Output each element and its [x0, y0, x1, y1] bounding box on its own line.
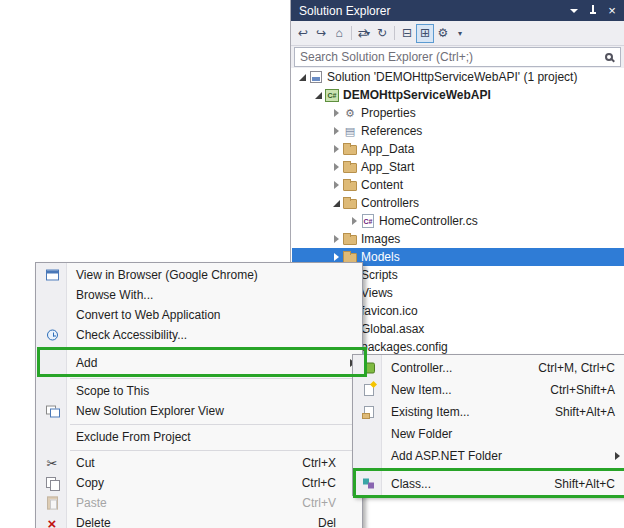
- menu-item-label: Existing Item...: [391, 405, 470, 419]
- menu-shortcut: Shift+Alt+C: [530, 477, 615, 491]
- expand-arrow-icon[interactable]: [312, 89, 324, 101]
- menu-item-browse-with[interactable]: Browse With...: [36, 285, 362, 305]
- submenu-item-controller[interactable]: Controller... Ctrl+M, Ctrl+C: [353, 357, 624, 379]
- menu-item-label: Paste: [76, 496, 107, 510]
- collapse-all-icon: ⊟: [402, 26, 412, 40]
- toolbar-overflow-button[interactable]: ▾: [452, 24, 470, 43]
- new-solution-explorer-view-icon: [46, 406, 59, 417]
- menu-item-label: New Solution Explorer View: [76, 404, 224, 418]
- tree-item-label: Scripts: [361, 268, 398, 282]
- csharp-file-icon: C#: [362, 214, 374, 228]
- close-icon: ×: [608, 4, 616, 17]
- tree-item-label: Images: [361, 232, 400, 246]
- tree-item-label: HomeController.cs: [379, 214, 478, 228]
- back-button[interactable]: ↩: [294, 24, 312, 43]
- folder-icon: [343, 163, 357, 173]
- class-icon: [363, 479, 375, 490]
- expand-arrow-icon[interactable]: [330, 143, 342, 155]
- expand-arrow-icon[interactable]: [330, 197, 342, 209]
- expand-arrow-icon[interactable]: [330, 161, 342, 173]
- menu-item-scope-to-this[interactable]: Scope to This: [36, 381, 362, 401]
- csharp-project-icon: C#: [325, 89, 339, 102]
- collapse-all-button[interactable]: ⊟: [398, 24, 416, 43]
- expand-arrow-icon[interactable]: [330, 125, 342, 137]
- tree-item-label: Models: [361, 250, 400, 264]
- refresh-icon: ↻: [377, 26, 387, 40]
- references-icon: ▤: [345, 125, 355, 138]
- tree-item-controllers[interactable]: Controllers: [292, 194, 624, 212]
- expand-arrow-icon[interactable]: [330, 179, 342, 191]
- forward-button[interactable]: ↪: [312, 24, 330, 43]
- tree-item-images[interactable]: Images: [292, 230, 624, 248]
- tree-item-label: Properties: [361, 106, 416, 120]
- menu-item-label: New Folder: [391, 427, 452, 441]
- menu-shortcut: Ctrl+V: [278, 496, 350, 510]
- menu-item-label: Controller...: [391, 361, 452, 375]
- menu-item-exclude-from-project[interactable]: Exclude From Project: [36, 427, 362, 447]
- properties-button[interactable]: ⚙: [434, 24, 452, 43]
- expand-arrow-icon[interactable]: [330, 107, 342, 119]
- properties-wrench-icon: ⚙: [345, 107, 355, 120]
- submenu-item-new-item[interactable]: New Item... Ctrl+Shift+A: [353, 379, 624, 401]
- menu-shortcut: Shift+Alt+A: [531, 405, 615, 419]
- submenu-item-class[interactable]: Class... Shift+Alt+C: [353, 473, 624, 495]
- copy-icon: [46, 477, 59, 489]
- menu-item-label: Cut: [76, 456, 95, 470]
- menu-item-add[interactable]: Add: [36, 351, 362, 375]
- menu-shortcut: Ctrl+M, Ctrl+C: [514, 361, 615, 375]
- home-button[interactable]: ⌂: [330, 24, 348, 43]
- menu-item-cut[interactable]: ✂ Cut Ctrl+X: [36, 453, 362, 473]
- tree-item-homecontroller[interactable]: C# HomeController.cs: [292, 212, 624, 230]
- folder-icon: [343, 145, 357, 155]
- menu-shortcut: Ctrl+Shift+A: [526, 383, 615, 397]
- search-input[interactable]: [294, 47, 621, 67]
- menu-shortcut: Ctrl+X: [278, 456, 350, 470]
- tree-item-project[interactable]: C# DEMOHttpServiceWebAPI: [292, 86, 624, 104]
- auto-hide-pin-button[interactable]: [585, 3, 601, 19]
- tree-item-solution[interactable]: Solution 'DEMOHttpServiceWebAPI' (1 proj…: [292, 68, 624, 86]
- tree-item-references[interactable]: ▤ References: [292, 122, 624, 140]
- tree-item-app-data[interactable]: App_Data: [292, 140, 624, 158]
- menu-shortcut: Ctrl+C: [278, 476, 350, 490]
- close-button[interactable]: ×: [604, 3, 620, 19]
- tree-item-properties[interactable]: ⚙ Properties: [292, 104, 624, 122]
- menu-item-label: Class...: [391, 477, 431, 491]
- tree-item-label: DEMOHttpServiceWebAPI: [343, 88, 491, 102]
- menu-item-label: Scope to This: [76, 384, 149, 398]
- tree-item-label: Solution 'DEMOHttpServiceWebAPI' (1 proj…: [327, 70, 577, 84]
- tree-item-label: Global.asax: [361, 322, 424, 336]
- existing-item-icon: [364, 406, 374, 418]
- tree-item-content[interactable]: Content: [292, 176, 624, 194]
- pin-icon: [588, 4, 598, 17]
- menu-item-view-in-browser[interactable]: View in Browser (Google Chrome): [36, 265, 362, 285]
- tree-item-label: App_Start: [361, 160, 414, 174]
- new-item-icon: [364, 384, 374, 396]
- caret-down-icon: ▾: [366, 29, 370, 38]
- menu-item-paste[interactable]: Paste Ctrl+V: [36, 493, 362, 513]
- paste-icon: [47, 497, 58, 510]
- tree-item-label: packages.config: [361, 340, 448, 354]
- submenu-item-add-aspnet-folder[interactable]: Add ASP.NET Folder: [353, 445, 624, 467]
- expand-arrow-icon[interactable]: [348, 215, 360, 227]
- tree-item-app-start[interactable]: App_Start: [292, 158, 624, 176]
- window-position-button[interactable]: [566, 3, 582, 19]
- menu-item-copy[interactable]: Copy Ctrl+C: [36, 473, 362, 493]
- menu-item-delete[interactable]: × Delete Del: [36, 513, 362, 528]
- menu-item-label: Add: [76, 356, 97, 370]
- menu-item-label: New Item...: [391, 383, 452, 397]
- menu-item-new-solution-explorer-view[interactable]: New Solution Explorer View: [36, 401, 362, 421]
- submenu-item-new-folder[interactable]: New Folder: [353, 423, 624, 445]
- sync-with-active-document-button[interactable]: ⇄▾: [355, 24, 373, 43]
- menu-item-convert-to-web-application[interactable]: Convert to Web Application: [36, 305, 362, 325]
- menu-shortcut: Del: [294, 516, 350, 528]
- tree-item-label: Views: [361, 286, 393, 300]
- show-all-files-button[interactable]: ⊞: [416, 24, 434, 43]
- folder-icon: [343, 253, 357, 263]
- refresh-button[interactable]: ↻: [373, 24, 391, 43]
- expand-arrow-icon[interactable]: [330, 233, 342, 245]
- home-icon: ⌂: [335, 26, 342, 40]
- toolbar-separator: [394, 26, 395, 40]
- expand-arrow-icon[interactable]: [296, 71, 308, 83]
- submenu-item-existing-item[interactable]: Existing Item... Shift+Alt+A: [353, 401, 624, 423]
- menu-item-check-accessibility[interactable]: Check Accessibility...: [36, 325, 362, 345]
